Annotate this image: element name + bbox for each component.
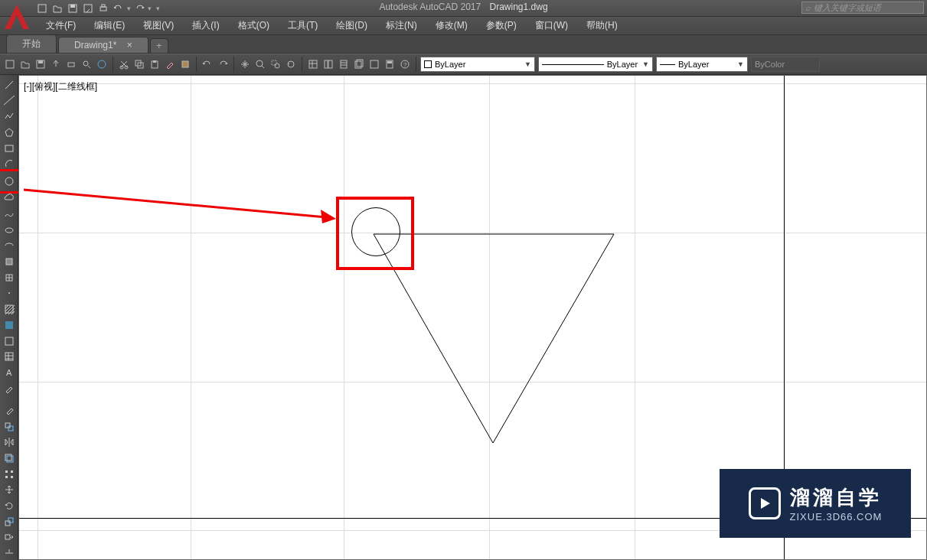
tool-insert-icon[interactable] — [2, 255, 16, 269]
tb-plot-icon[interactable] — [64, 57, 78, 71]
svg-rect-28 — [357, 60, 363, 67]
svg-point-10 — [83, 61, 88, 66]
tool-arc-icon[interactable] — [2, 157, 16, 171]
menu-dimension[interactable]: 标注(N) — [378, 18, 425, 34]
app-logo[interactable] — [2, 2, 32, 34]
qat-redo-icon[interactable] — [132, 2, 146, 15]
tb-copy-icon[interactable] — [132, 57, 146, 71]
mod-scale-icon[interactable] — [2, 515, 16, 529]
grid-line — [19, 83, 926, 84]
qat-save-icon[interactable] — [66, 2, 80, 15]
tb-new-icon[interactable] — [3, 57, 17, 71]
tb-preview-icon[interactable] — [80, 57, 93, 71]
menu-modify[interactable]: 修改(M) — [428, 18, 475, 34]
tab-close-icon[interactable]: × — [127, 40, 132, 50]
tab-start[interactable]: 开始 — [6, 34, 57, 53]
mod-offset-icon[interactable] — [2, 451, 16, 465]
tb-block-icon[interactable] — [178, 57, 192, 71]
tb-help-icon[interactable]: ? — [398, 57, 412, 71]
tb-markup-icon[interactable] — [367, 57, 381, 71]
qat-undo-dropdown-icon[interactable]: ▾ — [127, 5, 131, 12]
mod-stretch-icon[interactable] — [2, 531, 16, 545]
quick-access-toolbar: ▾ ▾ ▾ — [35, 2, 160, 15]
tab-add-button[interactable]: + — [150, 38, 168, 53]
mod-array-icon[interactable] — [2, 467, 16, 481]
menu-bar: 文件(F) 编辑(E) 视图(V) 插入(I) 格式(O) 工具(T) 绘图(D… — [0, 17, 927, 35]
app-title-text: Autodesk AutoCAD 2017 — [379, 2, 481, 12]
qat-print-icon[interactable] — [96, 2, 110, 15]
tool-mtext-icon[interactable]: A — [2, 366, 16, 379]
tool-rectangle-icon[interactable] — [2, 142, 16, 155]
linetype-dropdown[interactable]: ByLayer ▼ — [538, 57, 653, 72]
tool-spline-icon[interactable] — [2, 207, 16, 221]
tool-ellipse-icon[interactable] — [2, 223, 16, 237]
plotstyle-dropdown[interactable]: ByColor — [751, 57, 820, 72]
menu-format[interactable]: 格式(O) — [230, 18, 277, 34]
tb-zoomprev-icon[interactable] — [284, 57, 298, 71]
mod-rotate-icon[interactable] — [2, 499, 16, 513]
tool-line-icon[interactable] — [2, 78, 16, 92]
tb-zoom-icon[interactable] — [253, 57, 267, 71]
tool-makeblock-icon[interactable] — [2, 271, 16, 285]
menu-insert[interactable]: 插入(I) — [184, 18, 227, 34]
tb-toolpalette-icon[interactable] — [337, 57, 351, 71]
tb-redo-icon[interactable] — [216, 57, 230, 71]
annotation-highlight-box — [336, 197, 414, 270]
qat-open-icon[interactable] — [51, 2, 64, 15]
tool-ellipsearc-icon[interactable] — [2, 239, 16, 253]
tab-drawing1[interactable]: Drawing1* × — [58, 37, 149, 53]
svg-rect-50 — [11, 470, 13, 473]
mod-mirror-icon[interactable] — [2, 436, 16, 450]
tool-region-icon[interactable] — [2, 334, 16, 348]
menu-window[interactable]: 窗口(W) — [527, 18, 576, 34]
tb-save-icon[interactable] — [34, 57, 47, 71]
qat-redo-dropdown-icon[interactable]: ▾ — [148, 5, 152, 12]
menu-draw[interactable]: 绘图(D) — [328, 18, 375, 34]
tb-matchprops-icon[interactable] — [163, 57, 177, 71]
drawing-canvas[interactable]: [-][俯视][二维线框] 溜溜自学 ZIXUE.3D66.COM — [18, 75, 927, 560]
tool-point-icon[interactable] — [2, 287, 16, 301]
tool-polyline-icon[interactable] — [2, 109, 16, 123]
tb-paste-icon[interactable] — [148, 57, 162, 71]
mod-trim-icon[interactable] — [2, 546, 16, 560]
menu-tools[interactable]: 工具(T) — [280, 18, 325, 34]
mod-move-icon[interactable] — [2, 483, 16, 497]
watermark-url: ZIXUE.3D66.COM — [790, 511, 883, 523]
qat-overflow-icon[interactable]: ▾ — [156, 5, 160, 12]
tool-revcloud-icon[interactable] — [2, 192, 16, 206]
menu-help[interactable]: 帮助(H) — [579, 18, 625, 34]
tb-designcenter-icon[interactable] — [322, 57, 335, 71]
qat-saveas-icon[interactable] — [81, 2, 95, 15]
tool-table-icon[interactable] — [2, 350, 16, 363]
tb-calc-icon[interactable] — [383, 57, 397, 71]
tb-pan-icon[interactable] — [238, 57, 252, 71]
menu-edit[interactable]: 编辑(E) — [86, 18, 132, 34]
menu-file[interactable]: 文件(F) — [38, 18, 83, 34]
tb-properties-icon[interactable] — [306, 57, 320, 71]
svg-rect-53 — [5, 521, 10, 526]
tool-gradient-icon[interactable] — [2, 318, 16, 332]
mod-copy-icon[interactable] — [2, 420, 16, 434]
menu-view[interactable]: 视图(V) — [135, 18, 181, 34]
tool-hatch-icon[interactable] — [2, 302, 16, 316]
tb-cut-icon[interactable] — [117, 57, 131, 71]
mod-erase-icon[interactable] — [2, 404, 16, 418]
tb-publish-icon[interactable] — [49, 57, 63, 71]
tb-open-icon[interactable] — [18, 57, 32, 71]
tb-sheetset-icon[interactable] — [352, 57, 366, 71]
lineweight-dropdown[interactable]: ByLayer ▼ — [656, 57, 748, 72]
tool-xline-icon[interactable] — [2, 94, 16, 108]
tb-online-icon[interactable] — [95, 57, 109, 71]
svg-point-22 — [288, 61, 294, 67]
search-input[interactable]: ⌕键入关键字或短语 — [801, 2, 924, 14]
layer-color-dropdown[interactable]: ByLayer ▼ — [420, 57, 535, 72]
viewport-label[interactable]: [-][俯视][二维线框] — [24, 80, 97, 93]
menu-parametric[interactable]: 参数(P) — [478, 18, 524, 34]
tool-polygon-icon[interactable] — [2, 125, 16, 139]
tb-undo-icon[interactable] — [201, 57, 214, 71]
tb-zoomwin-icon[interactable] — [269, 57, 282, 71]
tool-circle-icon[interactable] — [0, 173, 18, 190]
qat-new-icon[interactable] — [35, 2, 49, 15]
tool-addselected-icon[interactable] — [2, 382, 16, 396]
qat-undo-icon[interactable] — [112, 2, 126, 15]
